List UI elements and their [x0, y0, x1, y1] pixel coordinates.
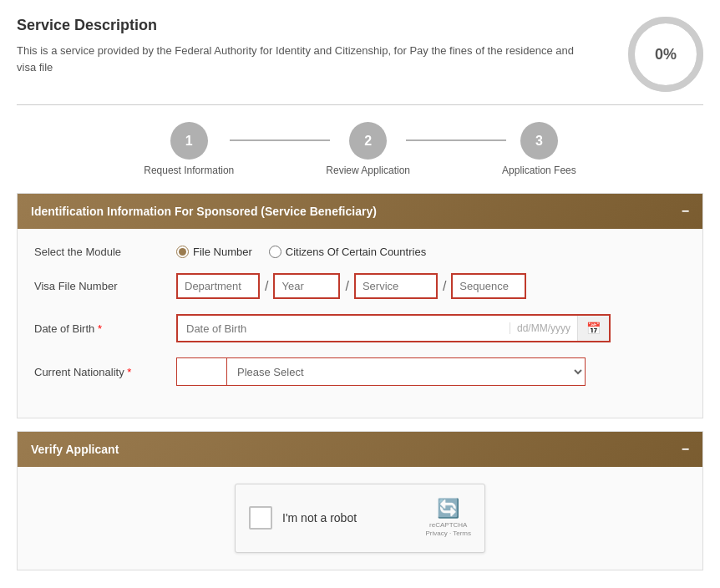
- step-3-circle: 3: [520, 122, 558, 160]
- nationality-code-input[interactable]: [176, 357, 226, 386]
- step-1-circle: 1: [170, 122, 208, 160]
- nationality-row: Current Nationality * Please Select: [34, 357, 686, 386]
- file-number-label: File Number: [193, 246, 252, 258]
- step-3: 3 Application Fees: [502, 122, 576, 176]
- nationality-select[interactable]: Please Select: [226, 357, 586, 386]
- separator-1: /: [263, 279, 270, 294]
- page-container: Service Description This is a service pr…: [0, 0, 720, 588]
- dob-format: dd/MM/yyyy: [510, 322, 577, 334]
- verify-collapse-icon[interactable]: −: [682, 442, 689, 457]
- module-label: Select the Module: [34, 246, 176, 258]
- stepper: 1 Request Information 2 Review Applicati…: [17, 122, 703, 176]
- nationality-label: Current Nationality *: [34, 366, 176, 378]
- step-connector-1: [230, 139, 330, 141]
- step-2: 2 Review Application: [326, 122, 410, 176]
- identification-title: Identification Information For Sponsored…: [31, 205, 377, 218]
- identification-header: Identification Information For Sponsored…: [18, 194, 702, 229]
- progress-circle: 0%: [628, 17, 703, 92]
- recaptcha-brand: reCAPTCHAPrivacy · Terms: [425, 521, 471, 539]
- year-input[interactable]: [273, 273, 340, 299]
- sequence-input[interactable]: [451, 273, 526, 299]
- recaptcha-label: I'm not a robot: [282, 511, 415, 525]
- recaptcha-checkbox[interactable]: [249, 506, 272, 530]
- dob-input[interactable]: [178, 317, 510, 341]
- module-radio-group: File Number Citizens Of Certain Countrie…: [176, 246, 426, 258]
- nationality-group: Please Select: [176, 357, 586, 386]
- separator-2: /: [343, 279, 350, 294]
- dob-controls: dd/MM/yyyy 📅: [176, 314, 686, 342]
- step-2-label: Review Application: [326, 165, 410, 176]
- page-description: This is a service provided by the Federa…: [17, 43, 585, 75]
- dob-required-marker: *: [98, 322, 102, 335]
- nationality-controls: Please Select: [176, 357, 686, 386]
- department-input[interactable]: [176, 273, 260, 299]
- file-number-radio[interactable]: [176, 246, 189, 258]
- verify-header: Verify Applicant −: [18, 432, 702, 467]
- dob-container: dd/MM/yyyy 📅: [176, 314, 611, 342]
- page-title: Service Description: [17, 17, 585, 34]
- certain-countries-radio[interactable]: [269, 246, 281, 258]
- recaptcha-icon: 🔄: [437, 498, 459, 520]
- verify-panel: Verify Applicant − I'm not a robot 🔄 reC…: [17, 431, 703, 570]
- service-input[interactable]: [354, 273, 438, 299]
- module-controls: File Number Citizens Of Certain Countrie…: [176, 246, 686, 258]
- recaptcha-box[interactable]: I'm not a robot 🔄 reCAPTCHAPrivacy · Ter…: [235, 484, 485, 553]
- verify-body: I'm not a robot 🔄 reCAPTCHAPrivacy · Ter…: [18, 467, 702, 570]
- certain-countries-radio-label[interactable]: Citizens Of Certain Countries: [269, 246, 426, 258]
- nationality-required-marker: *: [127, 366, 131, 378]
- step-connector-2: [406, 139, 506, 141]
- step-1-label: Request Information: [144, 165, 234, 176]
- verify-title: Verify Applicant: [31, 443, 119, 456]
- header-left: Service Description This is a service pr…: [17, 17, 585, 75]
- visa-file-row: Visa File Number / / /: [34, 273, 686, 299]
- identification-collapse-icon[interactable]: −: [682, 204, 689, 219]
- dob-row: Date of Birth * dd/MM/yyyy 📅: [34, 314, 686, 342]
- visa-file-label: Visa File Number: [34, 280, 176, 292]
- separator-3: /: [441, 279, 448, 294]
- step-3-label: Application Fees: [502, 165, 576, 176]
- header-section: Service Description This is a service pr…: [17, 17, 703, 105]
- module-row: Select the Module File Number Citizens O…: [34, 246, 686, 258]
- file-number-radio-label[interactable]: File Number: [176, 246, 252, 258]
- progress-percent: 0%: [655, 46, 677, 63]
- calendar-button[interactable]: 📅: [577, 316, 609, 341]
- step-1: 1 Request Information: [144, 122, 234, 176]
- visa-file-group: / / /: [176, 273, 526, 299]
- step-2-circle: 2: [349, 122, 387, 160]
- visa-file-controls: / / /: [176, 273, 686, 299]
- identification-body: Select the Module File Number Citizens O…: [18, 229, 702, 418]
- certain-countries-label: Citizens Of Certain Countries: [286, 246, 426, 258]
- identification-panel: Identification Information For Sponsored…: [17, 193, 703, 418]
- dob-label: Date of Birth *: [34, 322, 176, 335]
- recaptcha-logo: 🔄 reCAPTCHAPrivacy · Terms: [425, 498, 471, 539]
